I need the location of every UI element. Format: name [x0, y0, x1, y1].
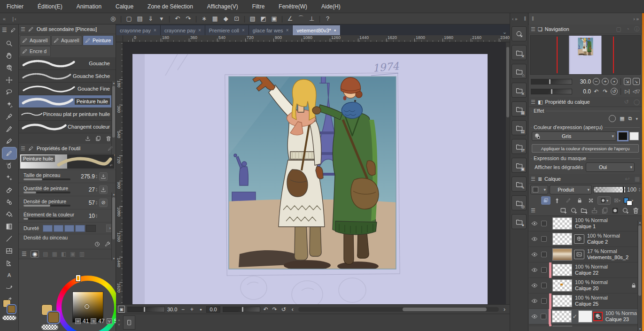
scroll-left-icon[interactable]: ‹ — [289, 306, 296, 313]
tool-button[interactable] — [2, 147, 16, 159]
sv-cursor[interactable] — [85, 304, 89, 309]
layers-menu-icon[interactable]: ☰ — [531, 176, 535, 182]
transfer-to-layer-below-icon[interactable] — [590, 207, 598, 215]
opacity-spinner[interactable]: ▵▿ — [639, 187, 640, 192]
expression-color-dropdown[interactable]: Gris ▾ — [532, 131, 616, 141]
command-icon[interactable]: ⌒ — [296, 14, 306, 23]
strip-down-icon[interactable]: ˅ — [118, 323, 120, 327]
command-icon[interactable]: | — [280, 14, 284, 23]
material-folder-button[interactable]: ⌂ — [512, 64, 527, 79]
material-folder-button[interactable]: ⇄ — [512, 139, 527, 154]
layer-row[interactable]: ✓ 100 % Normal Calque 20 — [529, 278, 642, 293]
menu-item[interactable]: Aide(H) — [321, 3, 341, 10]
color-mixer-tab[interactable]: ◧ — [61, 251, 66, 257]
layer-checkbox[interactable] — [541, 267, 547, 273]
effect-chevron-icon[interactable]: ▾ — [636, 116, 638, 121]
nav-zoom-in-icon[interactable]: + — [602, 78, 609, 85]
zoom-in-icon[interactable]: + — [188, 306, 195, 313]
layer-thumbnail[interactable] — [552, 217, 572, 230]
command-icon[interactable]: ▾ — [157, 14, 166, 23]
layer-thumbnail[interactable] — [552, 279, 572, 292]
layer-row[interactable]: ✓ 100 % Normal Calque 1 — [529, 216, 642, 231]
layer-checkbox[interactable] — [541, 252, 547, 257]
nav-fullscreen-icon[interactable]: ↘ — [633, 78, 640, 85]
layer-thumbnail[interactable] — [552, 248, 572, 261]
zoom-value[interactable]: 30.0 — [167, 307, 177, 312]
parameter-slider[interactable] — [23, 192, 70, 193]
delete-layer-icon[interactable] — [632, 207, 640, 215]
tool-button[interactable] — [2, 269, 16, 281]
parameter-save-icon[interactable] — [99, 185, 108, 194]
material-folder-button[interactable]: ✎ — [512, 177, 527, 192]
canvas-horizontal-scrollbar[interactable] — [298, 307, 499, 312]
brush-group-tab[interactable]: Aquarell — [20, 35, 51, 46]
show-gradients-dropdown[interactable]: Oui ▾ — [586, 162, 635, 172]
nav-zoom-slider[interactable] — [531, 79, 572, 85]
lock-transparent-pixels-icon[interactable] — [586, 196, 596, 205]
material-folder-button[interactable] — [512, 26, 527, 41]
tool-button[interactable] — [2, 38, 16, 49]
new-layer-settings-icon[interactable] — [570, 207, 578, 215]
document-tab[interactable]: Premiere coll × — [205, 25, 249, 35]
brush-item[interactable]: Peinture huile — [19, 95, 116, 108]
hue-marker[interactable] — [76, 275, 80, 281]
effect-layercolor-icon[interactable]: ⧉ — [628, 115, 632, 122]
expression-white-swatch[interactable] — [629, 132, 639, 140]
canvas-vertical-scrollbar[interactable] — [506, 42, 510, 304]
ruler-visibility-icon[interactable]: ⊠▾ — [613, 196, 622, 205]
new-layer-icon[interactable] — [559, 207, 567, 215]
parameter-value[interactable]: 10 — [79, 213, 95, 219]
material-folder-button[interactable]: ◎ — [512, 195, 527, 210]
brush-group-tab[interactable]: Encre d — [20, 46, 51, 56]
layer-visibility-eye-icon[interactable] — [529, 251, 540, 258]
brush-group-tab[interactable]: Aquarell — [51, 35, 82, 46]
tool-button[interactable] — [2, 257, 16, 269]
palette-color-dropdown[interactable]: ▾ — [530, 185, 548, 194]
command-icon[interactable]: ◆ — [221, 14, 231, 23]
tool-button[interactable] — [2, 172, 16, 184]
fit-icon[interactable]: ▣ — [118, 306, 125, 313]
tool-button[interactable] — [2, 184, 16, 196]
rotate-ccw-icon[interactable]: ↶ — [263, 306, 269, 313]
layer-thumbnail[interactable] — [552, 310, 572, 323]
layer-checkbox[interactable] — [541, 283, 547, 288]
layer-row[interactable]: ✓ 100 % Normal Calque 23 — [529, 309, 642, 324]
nav-rotate-reset-icon[interactable]: ↺ — [611, 88, 618, 95]
layer-row[interactable]: ✓ 17 % Normal Vetements_80s_2 — [529, 247, 642, 262]
command-icon[interactable]: ⊡ — [232, 14, 241, 23]
layer-mask-thumbnail[interactable] — [578, 310, 592, 323]
new-folder-icon[interactable] — [580, 207, 588, 215]
navigation-preview[interactable] — [530, 35, 641, 75]
subview-tab-icon[interactable]: ▢ — [616, 26, 621, 32]
nav-zoom-100-icon[interactable]: ▪ — [611, 78, 618, 85]
tool-button[interactable] — [2, 196, 16, 208]
layerlist-scrollbar[interactable]: ▲▼ — [637, 221, 642, 331]
menu-item[interactable]: Fenêtre(W) — [279, 3, 307, 10]
effect-tone-icon[interactable]: ▦ — [620, 115, 624, 122]
tool-button[interactable] — [2, 74, 16, 86]
opacity-value[interactable]: 100 — [627, 186, 636, 193]
timeline-button[interactable] — [123, 316, 135, 330]
tab-close-icon[interactable]: × — [154, 28, 156, 33]
right-panel-handle-icon[interactable]: ⫼ — [532, 16, 534, 22]
color-wheel-tab[interactable]: ◉ — [31, 250, 39, 258]
menu-item[interactable]: Fichier — [7, 3, 23, 10]
nav-flip-v-icon[interactable]: ◁▽ — [633, 88, 640, 95]
delete-subtool-icon[interactable] — [105, 135, 112, 142]
command-icon[interactable]: ⊥ — [307, 14, 317, 23]
strip-collapse-icon[interactable]: ‹ » — [512, 16, 518, 22]
merge-with-layer-below-icon[interactable] — [601, 207, 609, 215]
nav-zoom-out-icon[interactable]: − — [593, 78, 600, 85]
strip-up-icon[interactable]: ˄ — [118, 318, 120, 323]
command-icon[interactable]: | — [243, 14, 247, 23]
tool-button[interactable] — [2, 221, 16, 232]
command-icon[interactable]: ∠ — [286, 14, 295, 23]
material-folder-button[interactable]: ▤ — [512, 120, 527, 135]
zoom-slider[interactable] — [127, 307, 165, 312]
material-folder-button[interactable]: ✦ — [512, 214, 527, 229]
nav-rotate-slider[interactable] — [531, 89, 572, 94]
collapse-left-icon[interactable]: « — [0, 16, 9, 22]
tool-button[interactable] — [2, 111, 16, 123]
layer-thumbnail[interactable] — [552, 295, 572, 307]
restore-defaults-icon[interactable] — [94, 241, 101, 247]
